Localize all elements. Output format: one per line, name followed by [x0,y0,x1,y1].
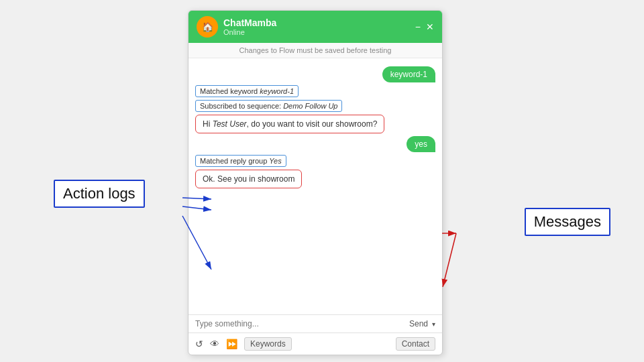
forward-icon[interactable]: ⏩ [226,339,237,349]
action-log-reply-text: Matched reply group [200,157,269,165]
action-logs-label: Action logs [54,180,145,208]
header-controls: − ✕ [415,22,434,32]
header-left: 🏠 ChatMamba Online [197,16,276,38]
avatar: 🏠 [197,16,218,38]
messages-area: keyword-1 Matched keyword keyword-1 Subs… [189,58,442,314]
messages-label: Messages [525,208,610,236]
bot-bubble-ok: Ok. See you in showroom [195,170,302,188]
header-info: ChatMamba Online [223,17,276,36]
bot-message-text: Hi Test User, do you want to visit our s… [203,119,377,129]
contact-button[interactable]: Contact [396,337,435,351]
action-log-subscribed-sequence: Subscribed to sequence: Demo Follow Up [195,100,342,112]
messages-label-text: Messages [534,213,601,230]
action-log-text: Matched keyword [200,87,260,95]
action-log-keyword-value: keyword-1 [260,87,294,95]
svg-line-7 [443,233,456,287]
action-logs-label-text: Action logs [63,185,136,202]
action-log-seq-value: Demo Follow Up [283,102,337,110]
action-log-seq-text: Subscribed to sequence: [200,102,283,110]
notice-bar: Changes to Flow must be saved before tes… [189,43,442,58]
user-bubble-keyword: keyword-1 [382,66,435,82]
refresh-icon[interactable]: ↺ [195,339,203,349]
bot-bubble-showroom: Hi Test User, do you want to visit our s… [195,115,384,133]
bottom-toolbar: ↺ 👁 ⏩ Keywords Contact [189,333,442,355]
keywords-button[interactable]: Keywords [244,337,292,351]
chat-header: 🏠 ChatMamba Online − ✕ [189,11,442,43]
eye-icon[interactable]: 👁 [210,339,219,349]
status-text: Online [223,28,276,36]
action-log-matched-keyword: Matched keyword keyword-1 [195,85,299,97]
send-dropdown-icon[interactable]: ▾ [432,320,435,328]
notice-text: Changes to Flow must be saved before tes… [239,46,392,54]
user-yes-text: yes [415,139,427,149]
minimize-button[interactable]: − [415,22,421,32]
user-message-text: keyword-1 [390,70,427,79]
message-input[interactable] [195,319,405,328]
action-log-matched-reply: Matched reply group Yes [195,155,286,167]
bot-ok-text: Ok. See you in showroom [203,174,294,184]
action-log-reply-value: Yes [269,157,281,165]
send-button[interactable]: Send [409,319,428,328]
user-bubble-yes: yes [407,136,435,152]
input-area: Send ▾ [189,314,442,333]
chat-window: 🏠 ChatMamba Online − ✕ Changes to Flow m… [188,10,443,355]
app-name: ChatMamba [223,17,276,28]
close-button[interactable]: ✕ [426,22,434,32]
